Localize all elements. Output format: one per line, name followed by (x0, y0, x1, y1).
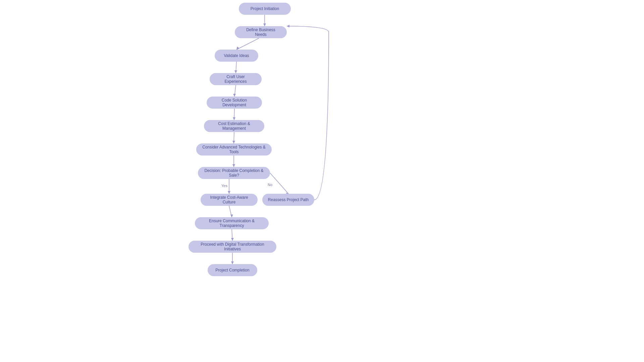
ensure-communication-node: Ensure Communication & Transparency (195, 217, 269, 229)
svg-marker-15 (228, 191, 230, 194)
svg-marker-25 (231, 261, 234, 264)
svg-marker-23 (231, 238, 234, 241)
proceed-digital-node: Proceed with Digital Transformation Init… (189, 241, 276, 253)
define-business-needs-node: Define Business Needs (235, 26, 287, 38)
consider-advanced-node: Consider Advanced Technologies & Tools (196, 143, 272, 156)
svg-line-6 (234, 85, 236, 97)
svg-line-10 (234, 132, 234, 143)
svg-marker-7 (233, 94, 236, 97)
svg-line-22 (232, 229, 232, 241)
svg-text:Yes: Yes (221, 184, 227, 188)
svg-marker-26 (287, 25, 289, 27)
reassess-node: Reassess Project Path (262, 194, 314, 206)
svg-line-20 (229, 206, 232, 217)
project-initiation-node: Project Initiation (239, 3, 291, 15)
svg-marker-1 (263, 23, 266, 26)
svg-text:No: No (268, 183, 272, 187)
craft-user-experiences-node: Craft User Experiences (210, 73, 262, 85)
svg-marker-13 (232, 164, 235, 167)
svg-marker-11 (232, 141, 235, 143)
validate-ideas-node: Validate Ideas (215, 50, 258, 62)
cost-estimation-node: Cost Estimation & Management (204, 120, 264, 132)
svg-line-17 (270, 173, 288, 194)
svg-line-8 (234, 109, 234, 120)
decision-node: Decision: Probable Completion & Sale? (198, 167, 270, 179)
svg-marker-9 (233, 117, 235, 120)
code-solution-development-node: Code Solution Development (207, 97, 262, 109)
project-completion-node: Project Completion (208, 264, 257, 276)
svg-line-4 (236, 62, 236, 73)
svg-marker-5 (234, 70, 237, 73)
flowchart: Yes No Project Initiation Define Busines… (0, 0, 644, 362)
svg-marker-3 (236, 47, 239, 50)
svg-line-2 (236, 38, 259, 50)
arrows-svg: Yes No (0, 0, 644, 362)
integrate-cost-node: Integrate Cost-Aware Culture (201, 194, 258, 206)
svg-marker-21 (230, 215, 233, 217)
